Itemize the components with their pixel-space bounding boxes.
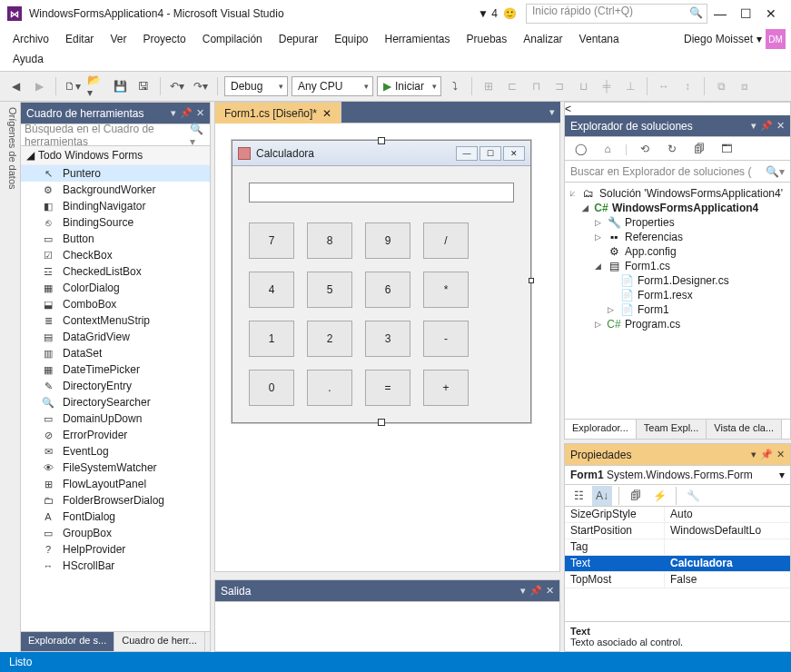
menu-depurar[interactable]: Depurar — [272, 29, 325, 49]
menu-ayuda[interactable]: Ayuda — [5, 51, 51, 67]
sol-back-button[interactable]: ◯ — [570, 139, 590, 159]
soltab-explorer[interactable]: Explorador... — [565, 420, 637, 439]
align-grid-button[interactable]: ⊞ — [479, 76, 499, 96]
calc-button[interactable]: 0 — [249, 370, 294, 406]
tree-program[interactable]: ▷C#Program.cs — [567, 317, 788, 331]
toolbox-item[interactable]: ◧BindingNavigator — [21, 198, 210, 214]
panel-close-icon[interactable]: ✕ — [546, 585, 554, 597]
user-avatar[interactable]: DM — [766, 29, 786, 49]
nav-back-button[interactable]: ◀ — [5, 76, 25, 96]
prop-events-button[interactable]: ⚡ — [649, 486, 669, 506]
toolbox-item[interactable]: ▭GroupBox — [21, 525, 210, 541]
doc-dropdown-icon[interactable]: ▾ — [549, 106, 555, 118]
align-bottom-button[interactable]: ⊥ — [620, 76, 640, 96]
soltab-team[interactable]: Team Expl... — [637, 420, 707, 439]
panel-close-icon[interactable]: ✕ — [776, 120, 785, 132]
step-button[interactable]: ⤵ — [445, 76, 465, 96]
resize-handle-icon[interactable] — [529, 278, 534, 283]
bottom-tab-toolbox[interactable]: Cuadro de herr... — [114, 632, 205, 651]
pin-icon[interactable]: 📌 — [760, 120, 773, 132]
prop-value[interactable]: False — [665, 572, 790, 588]
doc-tab-close-icon[interactable]: ✕ — [322, 107, 331, 120]
sol-home-button[interactable]: ⌂ — [598, 139, 618, 159]
panel-dropdown-icon[interactable]: ▾ — [751, 120, 756, 132]
panel-close-icon[interactable]: ✕ — [776, 449, 785, 460]
align-left-button[interactable]: ⊏ — [502, 76, 522, 96]
align-center-button[interactable]: ⊓ — [526, 76, 546, 96]
panel-dropdown-icon[interactable]: ▾ — [520, 585, 526, 597]
toolbox-item[interactable]: ⚙BackgroundWorker — [21, 182, 210, 198]
order-button[interactable]: ⧈ — [735, 76, 755, 96]
calc-button[interactable]: 5 — [307, 272, 352, 308]
calc-button[interactable]: 4 — [249, 272, 294, 308]
toolbox-item[interactable]: 👁FileSystemWatcher — [21, 460, 210, 476]
maximize-button[interactable]: ☐ — [733, 4, 758, 24]
calc-button[interactable]: 6 — [365, 272, 410, 308]
menu-ver[interactable]: Ver — [103, 29, 133, 49]
toolbox-item[interactable]: ⎋BindingSource — [21, 214, 210, 231]
property-row[interactable]: StartPositionWindowsDefaultLo — [565, 523, 790, 539]
bottom-tab-explorer[interactable]: Explorador de s... — [21, 632, 114, 651]
tree-properties[interactable]: ▷🔧Properties — [567, 215, 788, 230]
pin-icon[interactable]: 📌 — [760, 449, 773, 460]
menu-herramientas[interactable]: Herramientas — [378, 29, 458, 49]
sol-sync-button[interactable]: ⟲ — [635, 139, 655, 159]
toolbox-item[interactable]: AFontDialog — [21, 509, 210, 525]
undo-button[interactable]: ↶▾ — [167, 76, 187, 96]
menu-archivo[interactable]: Archivo — [5, 29, 56, 49]
calc-button[interactable]: * — [423, 272, 469, 308]
tree-solution-root[interactable]: ⟀🗂Solución 'WindowsFormsApplication4' — [567, 186, 788, 201]
toolbox-item[interactable]: ▤DataGridView — [21, 329, 210, 345]
toolbox-search-input[interactable]: Búsqueda en el Cuadro de herramientas 🔍▾ — [21, 124, 210, 146]
platform-select[interactable]: Any CPU — [292, 76, 373, 96]
toolbox-item[interactable]: ⬓ComboBox — [21, 296, 210, 312]
feedback-smile-icon[interactable]: 🙂 — [503, 7, 517, 20]
calc-button[interactable]: . — [307, 370, 352, 406]
calc-button[interactable]: 7 — [249, 222, 294, 259]
prop-props-button[interactable]: 🗐 — [626, 486, 646, 506]
nav-fwd-button[interactable]: ▶ — [29, 76, 49, 96]
toolbox-item[interactable]: ☑CheckBox — [21, 247, 210, 263]
toolbox-item[interactable]: ▥DataSet — [21, 345, 210, 361]
close-button[interactable]: ✕ — [758, 4, 784, 24]
property-row[interactable]: TextCalculadora — [565, 556, 790, 572]
tree-appconfig[interactable]: ⚙App.config — [567, 244, 788, 259]
properties-object-select[interactable]: Form1 System.Windows.Forms.Form ▾ — [565, 466, 790, 485]
calc-form-window[interactable]: Calculadora — ☐ ✕ 789/456*123-0.=+ — [232, 140, 531, 423]
panel-dropdown-icon[interactable]: ▾ — [171, 107, 176, 119]
tree-form1designer[interactable]: 📄Form1.Designer.cs — [567, 273, 788, 288]
pin-icon[interactable]: 📌 — [529, 585, 542, 597]
menu-equipo[interactable]: Equipo — [327, 29, 375, 49]
prop-pages-button[interactable]: 🔧 — [683, 486, 703, 506]
doc-tab-form1[interactable]: Form1.cs [Diseño]* ✕ — [214, 102, 341, 124]
hspace-button[interactable]: ↔ — [654, 76, 674, 96]
toolbox-item[interactable]: ↖Puntero — [21, 165, 210, 182]
property-row[interactable]: SizeGripStyleAuto — [565, 507, 790, 523]
tree-references[interactable]: ▷▪▪Referencias — [567, 230, 788, 244]
calc-button[interactable]: / — [423, 222, 469, 259]
save-all-button[interactable]: 🖫 — [133, 76, 153, 96]
toolbox-item[interactable]: 🔍DirectorySearcher — [21, 394, 210, 410]
prop-value[interactable]: Auto — [665, 507, 790, 522]
toolbox-item[interactable]: ▭Button — [21, 231, 210, 247]
toolbox-item[interactable]: ▦ColorDialog — [21, 280, 210, 296]
align-mid-button[interactable]: ╪ — [597, 76, 617, 96]
menu-editar[interactable]: Editar — [58, 29, 101, 49]
solution-search-input[interactable]: Buscar en Explorador de soluciones ( 🔍▾ — [565, 161, 790, 183]
menu-compilacion[interactable]: Compilación — [195, 29, 270, 49]
form-designer[interactable]: Calculadora — ☐ ✕ 789/456*123-0.=+ — [214, 124, 560, 572]
config-select[interactable]: Debug — [224, 76, 288, 96]
tree-form1node[interactable]: ▷📄Form1 — [567, 302, 788, 317]
pin-icon[interactable]: 📌 — [180, 107, 193, 119]
tree-project[interactable]: ◢C#WindowsFormsApplication4 — [567, 201, 788, 215]
menu-analizar[interactable]: Analizar — [516, 29, 569, 49]
new-project-button[interactable]: 🗋▾ — [63, 76, 83, 96]
prop-alpha-button[interactable]: A↓ — [592, 486, 612, 506]
calc-button[interactable]: = — [365, 370, 410, 406]
toolbox-item[interactable]: 🗀FolderBrowserDialog — [21, 492, 210, 509]
calc-button[interactable]: 1 — [249, 321, 294, 357]
save-button[interactable]: 💾 — [110, 76, 130, 96]
notifications-flag-icon[interactable]: ▼ 4 — [478, 7, 498, 20]
vspace-button[interactable]: ↕ — [677, 76, 697, 96]
calc-button[interactable]: 9 — [365, 222, 410, 259]
